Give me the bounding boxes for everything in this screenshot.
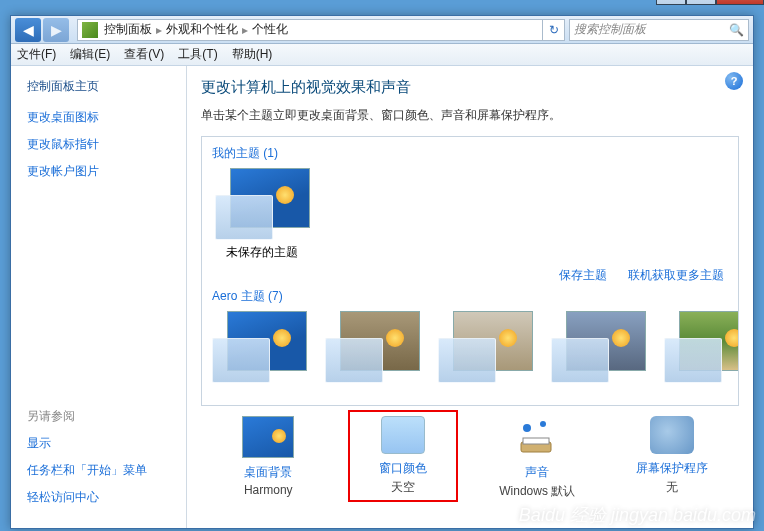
sounds-item[interactable]: 声音 Windows 默认 [482,416,592,502]
menubar: 文件(F) 编辑(E) 查看(V) 工具(T) 帮助(H) [11,44,753,66]
aero-theme-2[interactable] [325,311,420,387]
theme-list: 我的主题 (1) 未保存的主题 保存主题 联机获取更多主题 Aero 主题 (7… [201,136,739,406]
setting-value: 无 [617,479,727,496]
search-placeholder: 搜索控制面板 [574,21,646,38]
aero-theme-3[interactable] [438,311,533,387]
glass-overlay-icon [551,338,609,383]
desktop-background-item[interactable]: 桌面背景 Harmony [213,416,323,502]
page-title: 更改计算机上的视觉效果和声音 [201,78,739,97]
wallpaper-icon [242,416,294,458]
svg-point-1 [540,421,546,427]
window-color-item[interactable]: 窗口颜色 天空 [348,410,458,502]
minimize-button[interactable]: — [656,0,686,5]
online-themes-link[interactable]: 联机获取更多主题 [628,268,724,282]
sidebar-link-ease-of-access[interactable]: 轻松访问中心 [27,489,186,506]
sidebar-link-display[interactable]: 显示 [27,435,186,452]
setting-value: Harmony [213,483,323,497]
glass-overlay-icon [664,338,722,383]
sidebar-home[interactable]: 控制面板主页 [27,78,186,95]
aero-theme-4[interactable] [551,311,646,387]
svg-point-0 [523,424,531,432]
breadcrumb-l1[interactable]: 外观和个性化 [166,21,238,38]
save-theme-link[interactable]: 保存主题 [559,268,607,282]
menu-help[interactable]: 帮助(H) [232,46,273,63]
sidebar-link-desktop-icons[interactable]: 更改桌面图标 [27,109,186,126]
refresh-button[interactable]: ↻ [543,19,565,41]
setting-label: 声音 [482,464,592,481]
setting-label: 窗口颜色 [352,460,454,477]
menu-tools[interactable]: 工具(T) [178,46,217,63]
sidebar-also-label: 另请参阅 [27,408,186,425]
sidebar: 控制面板主页 更改桌面图标 更改鼠标指针 更改帐户图片 另请参阅 显示 任务栏和… [11,66,186,528]
screensaver-icon [650,416,694,454]
aero-themes-label: Aero 主题 (7) [212,288,728,305]
sidebar-link-mouse-pointer[interactable]: 更改鼠标指针 [27,136,186,153]
control-panel-window: ◀ ▶ 控制面板 ▸ 外观和个性化 ▸ 个性化 ↻ 搜索控制面板 🔍 文件(F)… [10,15,754,529]
menu-view[interactable]: 查看(V) [124,46,164,63]
menu-file[interactable]: 文件(F) [17,46,56,63]
svg-rect-3 [523,438,549,444]
sound-icon [511,416,563,458]
breadcrumb-l2[interactable]: 个性化 [252,21,288,38]
titlebar: ◀ ▶ 控制面板 ▸ 外观和个性化 ▸ 个性化 ↻ 搜索控制面板 🔍 [11,16,753,44]
page-subtitle: 单击某个主题立即更改桌面背景、窗口颜色、声音和屏幕保护程序。 [201,107,739,124]
glass-overlay-icon [325,338,383,383]
search-input[interactable]: 搜索控制面板 🔍 [569,19,749,41]
setting-label: 屏幕保护程序 [617,460,727,477]
back-button[interactable]: ◀ [15,18,41,42]
sidebar-link-taskbar[interactable]: 任务栏和「开始」菜单 [27,462,186,479]
theme-unsaved[interactable]: 未保存的主题 [212,168,312,261]
control-panel-icon [82,22,98,38]
my-themes-label: 我的主题 (1) [212,145,728,162]
window-color-icon [381,416,425,454]
search-icon: 🔍 [729,23,744,37]
glass-overlay-icon [215,195,273,240]
menu-edit[interactable]: 编辑(E) [70,46,110,63]
breadcrumb-sep-icon: ▸ [156,23,162,37]
theme-label: 未保存的主题 [212,244,312,261]
breadcrumb-sep-icon: ▸ [242,23,248,37]
breadcrumb[interactable]: 控制面板 ▸ 外观和个性化 ▸ 个性化 [77,19,543,41]
help-icon[interactable]: ? [725,72,743,90]
setting-value: Windows 默认 [482,483,592,500]
forward-button[interactable]: ▶ [43,18,69,42]
sidebar-link-account-picture[interactable]: 更改帐户图片 [27,163,186,180]
maximize-button[interactable]: □ [686,0,716,5]
breadcrumb-root[interactable]: 控制面板 [104,21,152,38]
aero-theme-1[interactable] [212,311,307,387]
content-area: ? 更改计算机上的视觉效果和声音 单击某个主题立即更改桌面背景、窗口颜色、声音和… [186,66,753,528]
setting-value: 天空 [352,479,454,496]
close-button[interactable]: × [716,0,764,5]
glass-overlay-icon [438,338,496,383]
bottom-settings-row: 桌面背景 Harmony 窗口颜色 天空 声音 Windows 默认 [201,406,739,502]
aero-theme-5[interactable] [664,311,739,387]
glass-overlay-icon [212,338,270,383]
setting-label: 桌面背景 [213,464,323,481]
screensaver-item[interactable]: 屏幕保护程序 无 [617,416,727,502]
